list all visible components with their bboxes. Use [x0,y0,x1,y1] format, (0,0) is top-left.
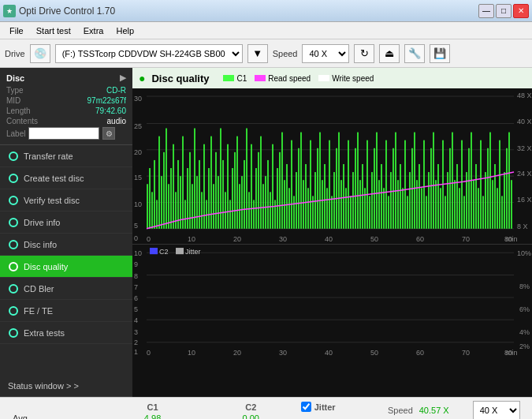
svg-rect-162 [459,188,460,229]
sidebar-item-verify-test-disc[interactable]: Verify test disc [0,189,132,211]
menu-help[interactable]: Help [110,24,140,37]
mid-label: MID [6,96,20,105]
svg-text:20: 20 [134,148,142,156]
svg-rect-128 [378,180,380,229]
svg-rect-97 [305,164,307,229]
refresh-btn[interactable]: ↻ [354,44,374,63]
svg-text:8 X: 8 X [517,223,527,230]
sidebar-item-disc-info[interactable]: Disc info [0,234,132,256]
svg-text:8: 8 [134,272,138,280]
svg-rect-153 [437,164,439,229]
drive-info-icon [8,217,19,228]
svg-rect-64 [227,144,229,229]
svg-rect-131 [385,140,387,229]
col-c2-header: C2 [207,401,295,413]
svg-rect-96 [303,180,304,229]
legend-write-speed: Write speed [318,74,374,83]
tools-btn[interactable]: 🔧 [404,44,425,63]
menu-file[interactable]: File [3,24,30,37]
disc-panel-toggle[interactable]: ▶ [120,73,126,83]
jitter-checkbox[interactable] [301,402,311,412]
disc-info-icon [8,239,19,250]
sidebar-item-disc-quality[interactable]: Disc quality [0,256,132,278]
svg-text:10: 10 [134,200,142,208]
svg-text:25: 25 [134,122,142,129]
svg-rect-85 [277,168,278,229]
sidebar-item-transfer-rate[interactable]: Transfer rate [0,145,132,167]
svg-rect-76 [255,168,257,229]
svg-rect-118 [355,148,356,229]
avg-c1: 4.98 [98,413,206,419]
svg-rect-133 [390,172,392,229]
status-window-button[interactable]: Status window > > [0,375,132,397]
svg-rect-35 [158,137,160,229]
length-label: Length [6,107,31,115]
c1-chart-svg: 30 25 20 15 10 5 0 48 X 40 X 32 X 24 X 1… [132,88,532,244]
menu-extra[interactable]: Extra [77,24,110,37]
svg-rect-123 [366,140,368,229]
svg-rect-218 [176,248,184,254]
svg-rect-46 [184,200,186,228]
svg-rect-114 [345,188,347,229]
minimize-button[interactable]: — [478,4,494,18]
drive-icon-btn[interactable]: 💿 [30,44,50,63]
close-button[interactable]: ✕ [513,4,529,18]
save-btn[interactable]: 💾 [430,44,450,63]
svg-rect-137 [400,164,401,229]
svg-rect-104 [322,180,323,229]
svg-text:1: 1 [134,348,138,356]
avg-row: Avg 4.98 0.00 [6,413,358,419]
label-input[interactable] [28,127,99,140]
speed-stat-select[interactable]: 40 X [473,401,520,419]
label-settings-btn[interactable]: ⚙ [102,127,115,140]
svg-text:16 X: 16 X [517,196,531,204]
svg-text:min: min [506,349,517,357]
legend-c1: C1 [223,74,247,83]
sidebar-item-drive-info[interactable]: Drive info [0,211,132,234]
svg-text:5: 5 [134,305,138,313]
maximize-button[interactable]: □ [496,4,512,18]
svg-rect-66 [232,168,233,229]
eject-btn[interactable]: ⏏ [379,44,400,63]
svg-rect-183 [508,133,510,229]
avg-c2: 0.00 [207,413,295,419]
svg-rect-119 [357,133,359,229]
svg-rect-63 [225,192,226,228]
svg-text:70: 70 [462,235,470,243]
svg-rect-126 [374,148,375,229]
svg-rect-65 [229,200,231,228]
svg-rect-62 [222,160,224,229]
svg-rect-42 [175,192,177,228]
sidebar-item-create-test-disc[interactable]: Create test disc [0,167,132,189]
svg-text:7: 7 [134,283,138,291]
svg-rect-178 [497,188,498,229]
svg-text:9: 9 [134,260,138,268]
svg-rect-154 [440,188,441,229]
svg-rect-146 [421,188,422,229]
svg-rect-151 [433,133,434,229]
label-label: Label [6,129,25,138]
svg-text:50: 50 [370,349,378,357]
sidebar-item-cd-bler[interactable]: CD Bler [0,278,132,300]
speed-select[interactable]: 40 X [302,44,349,63]
avg-label: Avg [6,413,98,419]
svg-rect-48 [189,152,191,229]
main-content: Disc ▶ Type CD-R MID 97m22s67f Length 79… [0,68,532,397]
svg-rect-158 [449,148,451,229]
svg-text:6: 6 [134,294,138,302]
chart-header-icon: ● [139,72,145,84]
sidebar-item-fe-te[interactable]: FE / TE [0,300,132,322]
drive-select[interactable]: (F:) TSSTcorp CDDVDW SH-224GB SB00 [55,44,243,63]
svg-text:10: 10 [134,249,142,257]
app-icon: ★ [3,5,16,17]
chart-legend: C1 Read speed Write speed [223,74,374,83]
svg-rect-106 [326,188,328,229]
sidebar-item-extra-tests[interactable]: Extra tests [0,322,132,344]
svg-rect-110 [336,148,337,229]
verify-test-disc-icon [8,195,19,206]
speed-label: Speed [273,49,298,58]
menu-start-test[interactable]: Start test [30,24,77,37]
sidebar-item-label: Disc quality [24,262,68,271]
svg-rect-83 [272,144,273,229]
drive-info-btn[interactable]: ▼ [247,44,268,63]
